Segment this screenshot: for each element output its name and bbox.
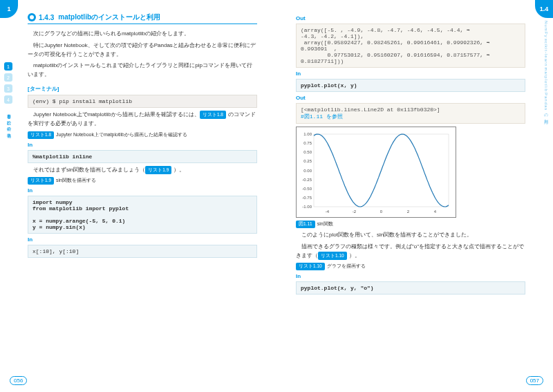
- svg-text:-0.25: -0.25: [302, 178, 312, 182]
- svg-text:-4: -4: [326, 209, 330, 214]
- out-label: Out: [296, 95, 525, 101]
- in-label: In: [296, 71, 525, 77]
- svg-text:-0.50: -0.50: [302, 187, 312, 191]
- section-number: 1.4.3: [39, 14, 54, 21]
- body-text: このようにplot関数を用いて、sin関数を描画することができました。: [296, 231, 525, 240]
- body-text: matplotlibのインストールもこれまで紹介したライブラリと同様にpipコマ…: [28, 62, 257, 80]
- listing-tag: リスト1.9: [145, 166, 171, 174]
- body-text: Jupyter Notebook上でmatplotlibから描画した結果を確認す…: [28, 111, 257, 129]
- dot-2: 2: [4, 73, 12, 82]
- listing-tag: リスト1.10: [318, 252, 347, 260]
- terminal-code: (env) $ pip install matplotlib: [28, 95, 257, 108]
- svg-text:0.75: 0.75: [303, 141, 312, 145]
- code-cell: pyplot.plot(x, y): [296, 79, 525, 92]
- svg-text:-1.00: -1.00: [302, 205, 312, 209]
- right-page: 1.4 NumPy・scikit-learn・matplotlib・Pandas…: [276, 0, 553, 392]
- left-page: 1 1 2 3 4 本書を読む前の準備 1.4.3 matplotlibのインス…: [0, 0, 276, 392]
- out-label: Out: [296, 15, 525, 21]
- svg-text:-2: -2: [353, 209, 357, 214]
- figure-caption: 図1.11sin関数: [296, 221, 525, 228]
- body-text: 次にグラフなどの描画に用いられるmatplotlibの紹介をします。: [28, 30, 257, 39]
- svg-text:2: 2: [407, 209, 410, 214]
- listing-tag: リスト1.8: [200, 111, 226, 119]
- body-text: 特にJupyter Notebook、そして次の項で紹介するPandasと組み合…: [28, 41, 257, 59]
- in-label: In: [28, 142, 257, 148]
- section-icon: [28, 13, 36, 21]
- terminal-label: [ターミナル]: [28, 85, 257, 93]
- output-cell: (array([-5. , -4.9, -4.8, -4.7, -4.6, -4…: [296, 24, 525, 68]
- code-cell: import numpy from matplotlib import pypl…: [28, 196, 257, 234]
- page-number: 056: [10, 376, 27, 385]
- svg-text:4: 4: [434, 209, 437, 214]
- listing-caption: リスト1.9sin関数を描画する: [28, 177, 257, 185]
- dot-1: 1: [4, 62, 12, 71]
- section-title: matplotlibのインストールと利用: [58, 12, 160, 22]
- output-cell: [<matplotlib.lines.Line2D at 0x113fb0320…: [296, 103, 525, 124]
- listing-caption: リスト1.8Jupyter Notebook上でmatplotlibから描画した…: [28, 131, 257, 139]
- sin-chart: -4-2024 -1.00-0.75-0.50-0.250.000.250.50…: [296, 127, 456, 218]
- body-text: 描画できるグラフの種類は様々です。例えば"o"を指定すると大きな点で描画すること…: [296, 243, 525, 261]
- chapter-corner: 1: [0, 0, 18, 18]
- section-dots: 1 2 3 4 本書を読む前の準備: [4, 62, 12, 131]
- page-number: 057: [526, 376, 543, 385]
- code-cell: x[:10], y[:10]: [28, 245, 257, 258]
- body-text: それではまずsin関数を描画してみましょう（リスト1.9）。: [28, 166, 257, 175]
- code-cell: pyplot.plot(x, y, "o"): [296, 281, 525, 295]
- svg-text:0.25: 0.25: [303, 159, 312, 163]
- page-spread: 1 1 2 3 4 本書を読む前の準備 1.4.3 matplotlibのインス…: [0, 0, 553, 392]
- svg-text:0: 0: [380, 209, 383, 214]
- code-cell: %matplotlib inline: [28, 150, 257, 163]
- section-heading: 1.4.3 matplotlibのインストールと利用: [28, 12, 257, 24]
- svg-text:-0.75: -0.75: [302, 196, 312, 200]
- dot-4: 4: [4, 95, 12, 104]
- svg-text:0.50: 0.50: [303, 150, 312, 154]
- side-caption: 本書を読む前の準備: [6, 111, 12, 131]
- in-label: In: [296, 273, 525, 279]
- dot-3: 3: [4, 84, 12, 93]
- listing-caption: リスト1.10グラフを描画する: [296, 263, 525, 270]
- in-label: In: [28, 236, 257, 243]
- side-caption-right: NumPy・scikit-learn・matplotlib・Pandasの利用: [543, 21, 549, 118]
- svg-text:1.00: 1.00: [303, 132, 312, 136]
- svg-text:0.00: 0.00: [303, 169, 312, 173]
- chapter-corner: 1.4: [535, 0, 553, 18]
- in-label: In: [28, 187, 257, 194]
